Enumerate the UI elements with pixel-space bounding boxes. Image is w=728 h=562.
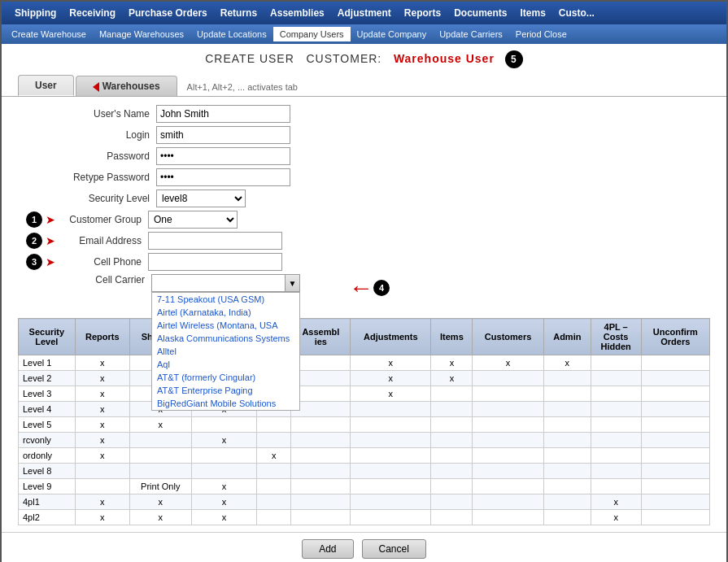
main-window: Shipping Receiving Purchase Orders Retur… (0, 0, 728, 562)
subnav-manage-warehouses[interactable]: Manage Warehouses (93, 27, 190, 41)
table-cell (473, 510, 544, 525)
table-cell (351, 448, 431, 464)
nav-adjustment[interactable]: Adjustment (331, 4, 398, 22)
nav-documents[interactable]: Documents (447, 4, 513, 22)
carrier-option-5[interactable]: Aql (152, 358, 299, 371)
table-cell (431, 417, 473, 433)
table-cell: 4pl1 (19, 494, 76, 510)
table-cell: ordonly (19, 448, 76, 464)
table-cell: x (191, 510, 257, 525)
table-cell (129, 448, 191, 464)
table-cell (257, 510, 291, 525)
table-cell (351, 479, 431, 494)
login-input[interactable] (156, 126, 290, 144)
cell-phone-input[interactable] (148, 253, 282, 271)
table-row: 4pl1xxxx (19, 494, 710, 510)
nav-assemblies[interactable]: Assemblies (264, 4, 331, 22)
nav-items[interactable]: Items (513, 4, 551, 22)
carrier-option-3[interactable]: Alaska Communications Systems (152, 332, 299, 345)
security-table: SecurityLevel Reports Shipping Receiving… (18, 318, 710, 525)
nav-reports[interactable]: Reports (398, 4, 447, 22)
table-cell: x (351, 355, 431, 371)
table-cell (543, 433, 591, 448)
table-cell (473, 386, 544, 402)
table-cell (591, 448, 641, 464)
col-customers: Customers (473, 319, 544, 355)
subnav-update-company[interactable]: Update Company (351, 27, 434, 41)
table-cell (191, 448, 257, 464)
carrier-option-0[interactable]: 7-11 Speakout (USA GSM) (152, 293, 299, 306)
cell-phone-label: Cell Phone (59, 256, 148, 268)
table-cell (257, 464, 291, 479)
subnav-period-close[interactable]: Period Close (509, 27, 573, 41)
top-nav: Shipping Receiving Purchase Orders Retur… (2, 2, 726, 24)
table-cell: 4pl2 (19, 510, 76, 525)
sub-nav: Create Warehouse Manage Warehouses Updat… (2, 24, 726, 44)
table-cell (351, 494, 431, 510)
subnav-update-carriers[interactable]: Update Carriers (433, 27, 509, 41)
table-cell: x (473, 355, 544, 371)
nav-purchase-orders[interactable]: Purchase Orders (122, 4, 214, 22)
security-level-select[interactable]: level8 level1 level2 (156, 190, 246, 207)
table-cell (543, 464, 591, 479)
table-cell (431, 448, 473, 464)
table-cell (641, 386, 710, 402)
subnav-update-locations[interactable]: Update Locations (190, 27, 273, 41)
table-cell (473, 479, 544, 494)
nav-shipping[interactable]: Shipping (8, 4, 63, 22)
email-input[interactable] (148, 232, 282, 250)
customer-group-select[interactable]: One Two (148, 211, 238, 229)
table-cell (473, 433, 544, 448)
nav-receiving[interactable]: Receiving (63, 4, 122, 22)
carrier-option-1[interactable]: Airtel (Karnataka, India) (152, 306, 299, 319)
table-cell (543, 402, 591, 417)
table-cell: x (75, 433, 129, 448)
table-cell (291, 417, 351, 433)
carrier-option-8[interactable]: BigRedGiant Mobile Solutions (152, 397, 299, 410)
table-row: ordonlyxx (19, 448, 710, 464)
col-reports: Reports (75, 319, 129, 355)
table-cell (129, 464, 191, 479)
carrier-option-6[interactable]: AT&T (formerly Cingular) (152, 371, 299, 384)
table-cell (431, 386, 473, 402)
add-button[interactable]: Add (302, 539, 353, 559)
table-cell: Level 1 (19, 355, 76, 371)
table-cell (257, 417, 291, 433)
retype-password-input[interactable] (156, 168, 290, 186)
users-name-input[interactable] (156, 105, 290, 123)
table-cell (191, 417, 257, 433)
table-cell (591, 479, 641, 494)
cell-carrier-input[interactable] (151, 274, 286, 292)
carrier-option-4[interactable]: Alltel (152, 345, 299, 358)
table-cell (641, 371, 710, 386)
table-cell (431, 402, 473, 417)
carrier-option-7[interactable]: AT&T Enterprise Paging (152, 384, 299, 397)
nav-custom[interactable]: Custo... (552, 4, 601, 22)
table-cell (543, 448, 591, 464)
title-prefix: Create User (205, 52, 294, 65)
table-cell: x (431, 371, 473, 386)
arrow-1: ➤ (46, 213, 55, 226)
cell-carrier-dropdown: 7-11 Speakout (USA GSM) Airtel (Karnatak… (151, 292, 300, 411)
table-cell (291, 510, 351, 525)
table-cell: Level 5 (19, 417, 76, 433)
col-4pl: 4PL –CostsHidden (591, 319, 641, 355)
table-cell: x (75, 371, 129, 386)
retype-password-label: Retype Password (26, 172, 156, 183)
cell-carrier-dropdown-btn[interactable]: ▼ (286, 274, 300, 292)
cell-carrier-label: Cell Carrier (62, 274, 151, 285)
tab-warehouses[interactable]: Warehouses (76, 76, 177, 96)
tab-user[interactable]: User (18, 75, 74, 96)
nav-returns[interactable]: Returns (214, 4, 264, 22)
subnav-create-warehouse[interactable]: Create Warehouse (5, 27, 93, 41)
cancel-button[interactable]: Cancel (362, 539, 426, 559)
warehouses-tab-arrow (93, 82, 99, 92)
password-input[interactable] (156, 147, 290, 165)
customer-group-select-wrapper: One Two (148, 211, 238, 229)
arrow-3: ➤ (46, 255, 55, 268)
col-admin: Admin (543, 319, 591, 355)
table-cell: Level 2 (19, 371, 76, 386)
subnav-company-users[interactable]: Company Users (273, 27, 351, 41)
password-row: Password (26, 147, 702, 165)
carrier-option-2[interactable]: Airtel Wireless (Montana, USA (152, 319, 299, 332)
